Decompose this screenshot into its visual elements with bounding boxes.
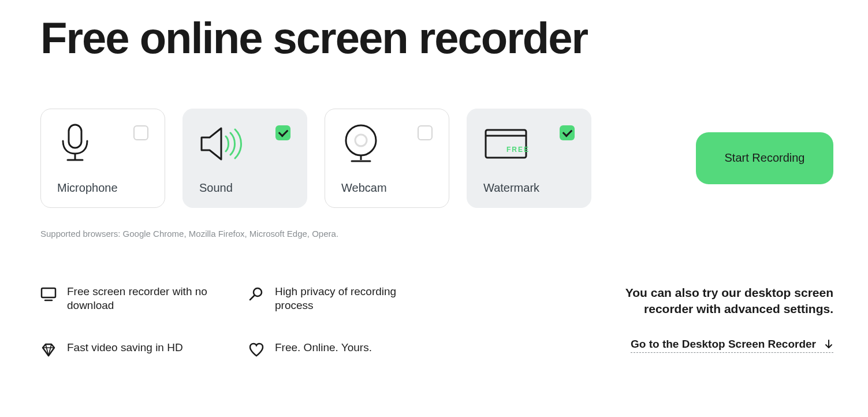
heart-icon <box>248 342 265 358</box>
svg-rect-10 <box>42 288 55 297</box>
option-card-webcam[interactable]: Webcam <box>325 109 449 208</box>
checkbox-watermark[interactable] <box>560 125 575 140</box>
option-card-sound[interactable]: Sound <box>182 109 307 208</box>
svg-point-3 <box>346 125 376 155</box>
feature-item: High privacy of recording process <box>248 285 433 313</box>
supported-browsers-text: Supported browsers: Google Chrome, Mozil… <box>40 229 833 239</box>
checkbox-microphone[interactable] <box>133 125 148 140</box>
option-label: Webcam <box>341 181 433 195</box>
svg-point-4 <box>355 135 367 146</box>
bottom-section: Free screen recorder with no download Hi… <box>40 285 833 358</box>
option-card-watermark[interactable]: FREE Watermark <box>467 109 591 208</box>
feature-item: Fast video saving in HD <box>40 341 225 358</box>
svg-line-13 <box>250 296 254 300</box>
page-title: Free online screen recorder <box>40 15 833 61</box>
features-grid: Free screen recorder with no download Hi… <box>40 285 456 358</box>
diamond-icon <box>40 342 57 358</box>
svg-text:FREE: FREE <box>506 146 528 154</box>
options-row: Microphone Sound Webcam <box>40 109 833 208</box>
promo-text: You can also try our desktop screen reco… <box>579 285 833 318</box>
option-label: Microphone <box>57 181 148 195</box>
svg-rect-0 <box>69 125 81 148</box>
monitor-icon <box>40 286 57 302</box>
promo-link-text: Go to the Desktop Screen Recorder <box>631 338 816 351</box>
feature-text: Free screen recorder with no download <box>67 285 225 313</box>
privacy-icon <box>248 286 265 302</box>
option-card-microphone[interactable]: Microphone <box>40 109 165 208</box>
arrow-down-icon <box>824 340 833 349</box>
feature-text: Free. Online. Yours. <box>275 341 372 355</box>
feature-text: High privacy of recording process <box>275 285 433 313</box>
start-recording-button[interactable]: Start Recording <box>696 132 833 184</box>
option-label: Sound <box>199 181 290 195</box>
feature-text: Fast video saving in HD <box>67 341 183 355</box>
desktop-promo: You can also try our desktop screen reco… <box>579 285 833 358</box>
feature-item: Free. Online. Yours. <box>248 341 433 358</box>
feature-item: Free screen recorder with no download <box>40 285 225 313</box>
checkbox-sound[interactable] <box>275 125 290 140</box>
desktop-recorder-link[interactable]: Go to the Desktop Screen Recorder <box>631 338 833 353</box>
checkbox-webcam[interactable] <box>418 125 433 140</box>
svg-point-12 <box>254 288 262 296</box>
option-label: Watermark <box>483 181 575 195</box>
